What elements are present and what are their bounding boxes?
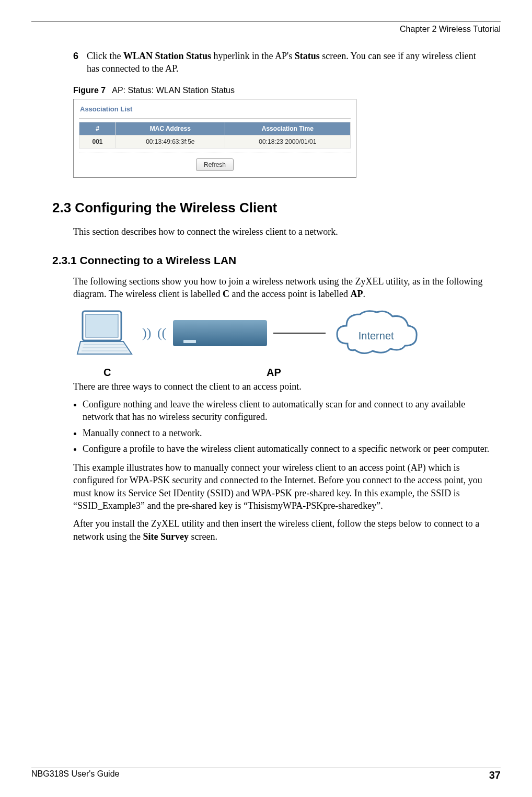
figure-number: Figure 7 <box>73 86 106 95</box>
text-fragment: hyperlink in the AP's <box>211 51 295 61</box>
step-text: Click the WLAN Station Status hyperlink … <box>87 50 490 75</box>
section-heading-2-3-1: 2.3.1 Connecting to a Wireless LAN <box>52 253 490 268</box>
list-item: Configure a profile to have the wireless… <box>83 442 490 455</box>
figure-caption: Figure 7AP: Status: WLAN Station Status <box>73 85 490 96</box>
section-intro: This section describes how to connect th… <box>73 225 490 238</box>
paragraph: After you install the ZyXEL utility and … <box>73 517 490 543</box>
label-ap-inline: AP <box>351 289 363 299</box>
cell-time: 00:18:23 2000/01/01 <box>225 135 350 148</box>
section-heading-2-3: 2.3 Configuring the Wireless Client <box>52 199 490 217</box>
laptop-icon <box>73 307 136 359</box>
site-survey-label: Site Survey <box>143 531 189 542</box>
svg-rect-1 <box>86 314 118 337</box>
chapter-header: Chapter 2 Wireless Tutorial <box>31 25 501 34</box>
network-diagram: )) )) Internet <box>73 307 490 359</box>
step-number: 6 <box>73 50 87 75</box>
col-header-mac: MAC Address <box>115 122 225 135</box>
text-fragment: . <box>363 289 366 299</box>
status-label: Status <box>295 51 320 61</box>
step-6: 6 Click the WLAN Station Status hyperlin… <box>73 50 490 75</box>
table-row: 001 00:13:49:63:3f:5e 00:18:23 2000/01/0… <box>79 135 351 148</box>
col-header-time: Association Time <box>225 122 350 135</box>
panel-title: Association List <box>79 103 351 119</box>
paragraph: The following sections show you how to j… <box>73 275 490 301</box>
wireless-signal-icon: )) <box>142 324 151 342</box>
label-c-inline: C <box>223 289 229 299</box>
internet-label: Internet <box>332 329 421 343</box>
text-fragment: and the access point is labelled <box>229 289 350 299</box>
text-fragment: After you install the ZyXEL utility and … <box>73 518 479 541</box>
figure-title: AP: Status: WLAN Station Status <box>112 86 235 95</box>
cell-mac: 00:13:49:63:3f:5e <box>115 135 225 148</box>
association-list-panel: Association List # MAC Address Associati… <box>73 99 356 178</box>
text-fragment: Click the <box>87 51 123 61</box>
list-item: Configure nothing and leave the wireless… <box>83 398 490 424</box>
text-fragment: screen. <box>189 531 217 542</box>
list-item: Manually connect to a network. <box>83 427 490 439</box>
paragraph: There are three ways to connect the clie… <box>73 380 490 393</box>
page-number: 37 <box>489 769 501 781</box>
diagram-label-ap: AP <box>267 366 281 380</box>
wireless-signal-icon: )) <box>157 324 166 342</box>
cable-line <box>273 333 326 334</box>
refresh-button[interactable]: Refresh <box>196 158 234 171</box>
table-header-row: # MAC Address Association Time <box>79 122 351 135</box>
paragraph: This example illustrates how to manually… <box>73 461 490 512</box>
wlan-status-link-label: WLAN Station Status <box>123 51 211 61</box>
association-table: # MAC Address Association Time 001 00:13… <box>79 122 351 149</box>
col-header-index: # <box>79 122 116 135</box>
internet-cloud-icon: Internet <box>332 307 421 359</box>
footer-guide-name: NBG318S User's Guide <box>31 769 119 781</box>
router-icon <box>173 320 267 346</box>
bullet-list: Configure nothing and leave the wireless… <box>83 398 490 455</box>
cell-index: 001 <box>79 135 116 148</box>
diagram-label-c: C <box>103 366 111 380</box>
